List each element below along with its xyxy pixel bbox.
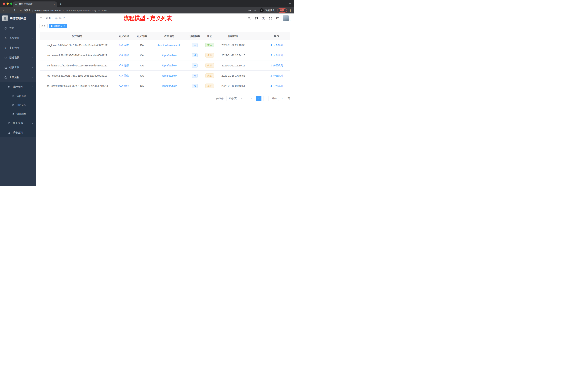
form-link[interactable]: /bpm/oa/flow <box>162 74 177 77</box>
assign-rule-link[interactable]: 分配规则 <box>270 74 283 77</box>
tag-process-definition[interactable]: 流程定义 × <box>49 24 67 28</box>
prev-page-button[interactable]: ‹ <box>249 96 254 101</box>
sidebar-item-process-model[interactable]: 流程模型 <box>0 109 36 119</box>
sidebar-item-workflow[interactable]: 工作流程 <box>0 72 36 82</box>
cell-definition-id: oa_leave:3:1fad3d93-7b75-11ec-a3c8-acde4… <box>40 60 115 70</box>
sidebar-item-label: 系统管理 <box>9 36 20 40</box>
gear-icon: ⚙ <box>4 37 7 40</box>
pagination: 共 5 条 10条/页 ‹ 1 › 前往 页 <box>40 96 290 101</box>
assign-rule-link[interactable]: 分配规则 <box>270 44 283 47</box>
forward-icon[interactable]: → <box>8 9 11 12</box>
sidebar-item-label: 流程表单 <box>17 95 26 98</box>
active-dot <box>51 25 52 27</box>
briefcase-icon <box>4 76 7 79</box>
col-header-filler <box>249 33 263 40</box>
new-tab-button[interactable]: + <box>58 2 63 7</box>
version-badge: v4 <box>192 53 198 57</box>
sidebar-item-user-group[interactable]: 用户分组 <box>0 101 36 109</box>
tab-close-icon[interactable]: × <box>53 3 55 6</box>
cell-definition-id: oa_leave:1:482ec033-762a-11ec-8477-a2380… <box>40 81 115 91</box>
col-header-name: 定义名称 <box>115 33 133 40</box>
sidebar-item-process-management[interactable]: 流程管理 <box>0 82 36 92</box>
tag-home[interactable]: 首页 <box>39 24 48 28</box>
chevron-down-icon <box>32 122 33 124</box>
browser-tab[interactable]: 芋道管理系统 × <box>13 1 57 7</box>
assign-rule-link[interactable]: 分配规则 <box>270 54 283 57</box>
bookmark-star-icon[interactable]: ☆ <box>253 9 257 12</box>
pagination-total: 共 5 条 <box>216 97 224 100</box>
content: 定义编号 定义名称 定义分类 表单信息 流程版本 状态 部署时间 操作 oa_l… <box>36 29 294 186</box>
search-icon[interactable] <box>248 17 251 20</box>
paper-plane-icon <box>11 113 15 115</box>
chevron-up-icon <box>32 77 33 78</box>
sidebar-item-home[interactable]: 首页 <box>0 23 36 33</box>
table-row: oa_leave:5:004b710b-7b8a-11ec-8ef0-acde4… <box>40 40 290 50</box>
goto-page-input[interactable] <box>278 96 286 101</box>
definition-name-link[interactable]: OA 请假 <box>119 84 128 88</box>
breadcrumb-home[interactable]: 首页 <box>46 17 51 20</box>
fullscreen-icon[interactable] <box>269 17 272 20</box>
tags-bar: 首页 流程定义 × <box>36 23 294 29</box>
definition-name-link[interactable]: OA 请假 <box>119 54 128 57</box>
page-unit-label: 页 <box>288 97 290 100</box>
form-link[interactable]: /bpm/oa/leave/create <box>158 44 181 47</box>
key-icon[interactable] <box>248 9 251 12</box>
update-button[interactable]: 更新 <box>277 8 287 12</box>
help-icon[interactable]: ? <box>262 17 265 20</box>
app-title: 芋道管理系统 <box>10 17 26 20</box>
form-link[interactable]: /bpm/oa/flow <box>162 64 177 67</box>
avatar[interactable] <box>283 15 289 21</box>
col-header-category: 定义分类 <box>133 33 151 40</box>
assign-rule-link[interactable]: 分配规则 <box>270 84 283 88</box>
incognito-icon <box>260 8 264 12</box>
reload-icon[interactable]: ↻ <box>13 9 17 12</box>
col-header-action: 操作 <box>263 33 290 40</box>
page-button-1[interactable]: 1 <box>256 96 262 101</box>
pagination-goto: 前往 页 <box>272 96 290 101</box>
security-label: 不安全 <box>24 9 31 12</box>
sidebar-item-process-form[interactable]: 流程表单 <box>0 92 36 101</box>
assign-rule-link[interactable]: 分配规则 <box>270 64 283 67</box>
browser-tab-strip: 芋道管理系统 × + <box>0 0 294 7</box>
sidebar-item-system[interactable]: ⚙ 系统管理 <box>0 33 36 43</box>
github-icon[interactable] <box>255 17 258 20</box>
sidebar-item-label: 研发工具 <box>9 66 20 69</box>
definition-name-link[interactable]: OA 请假 <box>119 74 128 77</box>
definition-name-link[interactable]: OA 请假 <box>119 44 128 47</box>
zoom-window-button[interactable] <box>10 2 12 5</box>
sidebar-item-infrastructure[interactable]: 基础设施 <box>0 53 36 63</box>
breadcrumb-current: 流程定义 <box>55 17 65 20</box>
page-size-select[interactable]: 10条/页 <box>227 96 244 101</box>
address-bar[interactable]: ⚠ 不安全 | dashboard.yudao.iocoder.cn/bpm/m… <box>19 9 246 12</box>
sidebar-toggle-icon[interactable] <box>39 17 42 20</box>
sidebar-item-task-management[interactable]: 任务管理 <box>0 119 36 128</box>
header-actions: ? TT ▾ <box>248 15 291 21</box>
back-icon[interactable]: ← <box>2 9 6 12</box>
sidebar-item-payment[interactable]: ¥ 支付管理 <box>0 43 36 53</box>
tab-search-icon[interactable] <box>289 3 291 5</box>
url-domain: dashboard.yudao.iocoder.cn <box>34 9 64 12</box>
sidebar-item-label: 支付管理 <box>9 46 20 50</box>
users-icon <box>11 104 15 107</box>
sidebar-item-leave-query[interactable]: 请假查询 <box>0 128 36 137</box>
minimize-window-button[interactable] <box>7 2 9 5</box>
col-header-time: 部署时间 <box>218 33 249 40</box>
workflow-submenu: 流程管理 流程表单 用户分组 <box>0 82 36 137</box>
browser-menu-icon[interactable]: ⋮ <box>289 9 292 12</box>
app-frame: 芋道管理系统 首页 ⚙ 系统管理 ¥ 支付管理 <box>0 13 294 186</box>
list-icon <box>8 86 11 88</box>
status-badge: 挂起 <box>205 84 214 88</box>
tag-close-icon[interactable]: × <box>63 25 65 27</box>
version-badge: v3 <box>192 64 198 67</box>
definition-name-link[interactable]: OA 请假 <box>119 64 128 67</box>
sidebar-item-label: 任务管理 <box>13 121 23 125</box>
page-annotation: 流程模型 - 定义列表 <box>124 15 172 22</box>
sidebar-item-label: 基础设施 <box>9 56 20 59</box>
version-badge: v1 <box>192 84 198 88</box>
form-link[interactable]: /bpm/oa/flow <box>162 85 177 87</box>
sidebar-item-dev-tools[interactable]: 研发工具 <box>0 63 36 72</box>
close-window-button[interactable] <box>3 2 5 5</box>
font-size-icon[interactable]: TT <box>276 17 279 20</box>
form-link[interactable]: /bpm/oa/flow <box>162 54 177 57</box>
next-page-button[interactable]: › <box>263 96 269 101</box>
